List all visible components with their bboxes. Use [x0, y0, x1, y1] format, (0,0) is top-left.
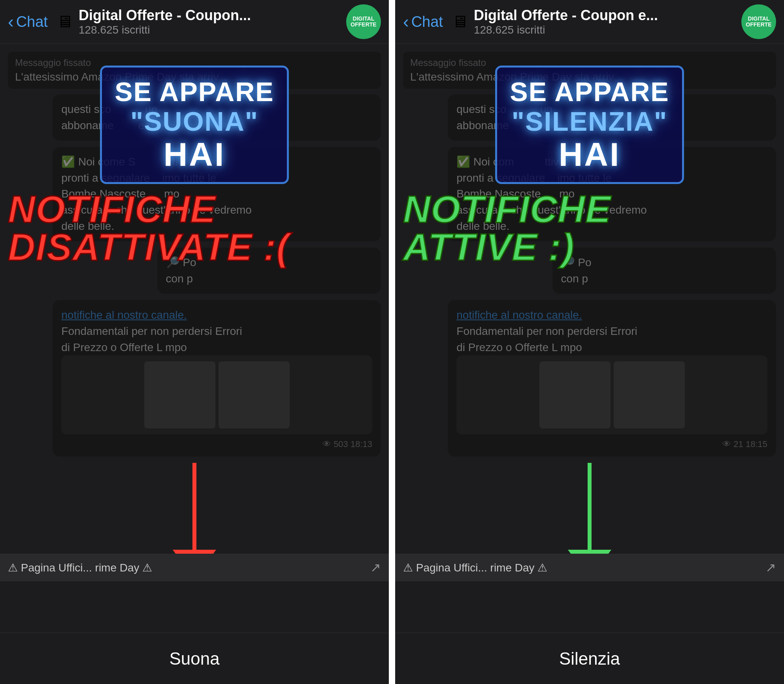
- se-appare-line1-right: SE APPARE: [510, 77, 669, 107]
- monitor-icon: 🖥: [57, 12, 73, 31]
- left-header: ‹ Chat 🖥 Digital Offerte - Coupon... 128…: [0, 0, 389, 44]
- back-button-right[interactable]: ‹ Chat: [403, 13, 443, 30]
- avatar-text-right: DIGITALOFFERTE: [746, 16, 771, 28]
- subscriber-count-right: 128.625 iscritti: [474, 24, 736, 36]
- left-bottom-label: Suona: [169, 649, 219, 669]
- channel-info: Digital Offerte - Coupon... 128.625 iscr…: [79, 7, 341, 36]
- back-label-right: Chat: [411, 13, 443, 30]
- se-appare-box-right: SE APPARE "SILENZIA" HAI: [495, 66, 684, 184]
- left-chat-area: Messaggio fissato L'attesissimo Amazon P…: [0, 44, 389, 633]
- right-header: ‹ Chat 🖥 Digital Offerte - Coupon e... 1…: [395, 0, 784, 44]
- left-overlay: SE APPARE "SUONA" HAI NOTIFICHE DISATTIV…: [0, 44, 389, 633]
- right-bottom-label: Silenzia: [559, 649, 620, 669]
- se-appare-box: SE APPARE "SUONA" HAI: [100, 66, 288, 184]
- channel-title-right: Digital Offerte - Coupon e...: [474, 7, 695, 24]
- avatar-right[interactable]: DIGITALOFFERTE: [741, 4, 776, 39]
- left-bottom-bar[interactable]: Suona: [0, 633, 389, 684]
- right-bottom-bar[interactable]: Silenzia: [395, 633, 784, 684]
- right-panel: ‹ Chat 🖥 Digital Offerte - Coupon e... 1…: [395, 0, 784, 684]
- notifiche-line2: DISATTIVATE :(: [8, 228, 290, 266]
- back-label: Chat: [16, 13, 48, 30]
- channel-title: Digital Offerte - Coupon...: [79, 7, 300, 24]
- se-appare-line1: SE APPARE: [115, 77, 274, 107]
- divider: [389, 0, 395, 684]
- se-appare-line2-right: "SILENZIA": [510, 107, 669, 136]
- back-chevron-icon: ‹: [8, 13, 14, 30]
- pagina-text: ⚠ Pagina Uffici... rime Day ⚠: [8, 561, 152, 574]
- notifiche-section: NOTIFICHE DISATTIVATE :(: [0, 190, 290, 266]
- arrow-line-green: [588, 463, 592, 550]
- hai-text-right: HAI: [510, 136, 669, 173]
- subscriber-count: 128.625 iscritti: [79, 24, 341, 36]
- avatar[interactable]: DIGITALOFFERTE: [346, 4, 381, 39]
- hai-text: HAI: [115, 136, 274, 173]
- channel-info-right: Digital Offerte - Coupon e... 128.625 is…: [474, 7, 736, 36]
- share-icon: ↗: [370, 560, 381, 575]
- right-overlay: SE APPARE "SILENZIA" HAI NOTIFICHE ATTIV…: [395, 44, 784, 633]
- arrow-line: [192, 463, 196, 550]
- notifiche-line1-right: NOTIFICHE: [403, 190, 611, 228]
- right-chat-area: Messaggio fissato L'attesissimo Amazon P…: [395, 44, 784, 633]
- avatar-text: DIGITALOFFERTE: [351, 16, 376, 28]
- back-button[interactable]: ‹ Chat: [8, 13, 48, 30]
- back-chevron-icon-right: ‹: [403, 13, 409, 30]
- notifiche-section-right: NOTIFICHE ATTIVE :): [395, 190, 611, 266]
- pagina-text-right: ⚠ Pagina Uffici... rime Day ⚠: [403, 561, 547, 574]
- notifiche-line2-right: ATTIVE :): [403, 228, 611, 266]
- pagina-bar: ⚠ Pagina Uffici... rime Day ⚠ ↗: [0, 554, 389, 581]
- pagina-bar-right: ⚠ Pagina Uffici... rime Day ⚠ ↗: [395, 554, 784, 581]
- left-panel: ‹ Chat 🖥 Digital Offerte - Coupon... 128…: [0, 0, 389, 684]
- notifiche-line1: NOTIFICHE: [8, 190, 290, 228]
- monitor-icon-right: 🖥: [452, 12, 468, 31]
- se-appare-line2: "SUONA": [115, 107, 274, 136]
- share-icon-right: ↗: [765, 560, 776, 575]
